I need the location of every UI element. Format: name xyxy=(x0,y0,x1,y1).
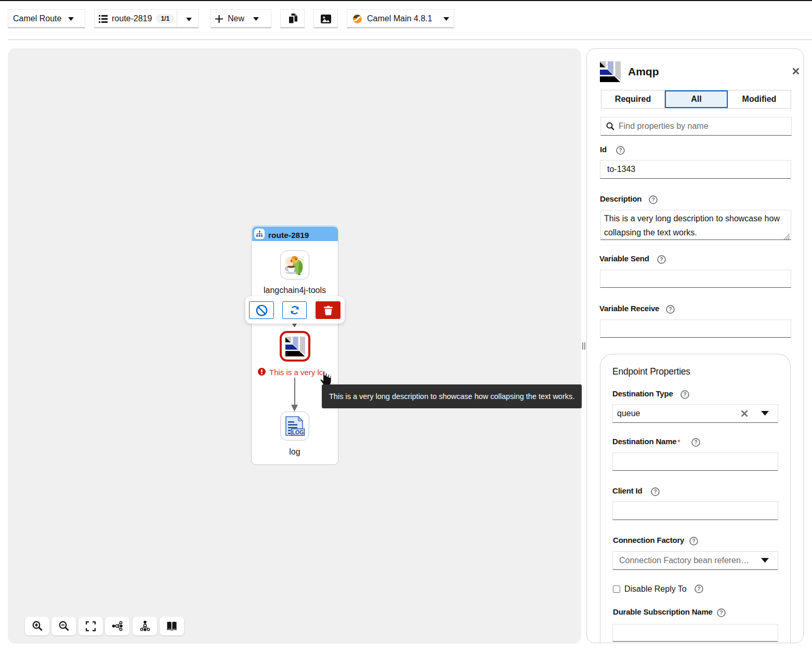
svg-text:?: ? xyxy=(619,148,622,153)
svg-text:?: ? xyxy=(651,197,654,203)
svg-text:?: ? xyxy=(697,586,700,592)
svg-text:?: ? xyxy=(660,257,663,262)
svg-text:?: ? xyxy=(719,610,723,616)
svg-text:?: ? xyxy=(683,392,686,397)
svg-text:?: ? xyxy=(692,538,695,544)
svg-text:LOG: LOG xyxy=(292,429,304,435)
svg-text:?: ? xyxy=(694,440,697,445)
svg-text:?: ? xyxy=(653,489,657,495)
svg-text:?: ? xyxy=(669,307,672,312)
